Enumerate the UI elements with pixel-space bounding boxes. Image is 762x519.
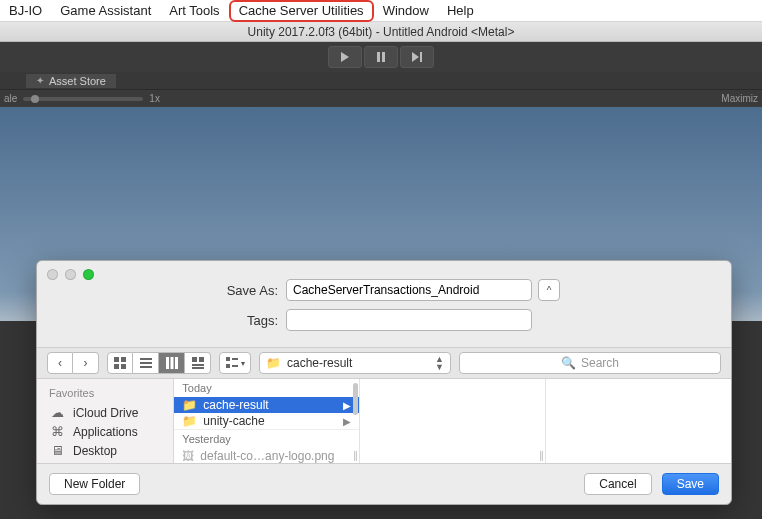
svg-rect-5 bbox=[140, 362, 152, 364]
svg-rect-17 bbox=[232, 365, 238, 367]
window-traffic-lights bbox=[47, 269, 94, 280]
svg-rect-8 bbox=[170, 357, 173, 369]
browser-column-1: Today 📁 cache-result ▶ 📁 unity-cache ▶ Y… bbox=[174, 379, 360, 463]
menu-help[interactable]: Help bbox=[438, 0, 483, 22]
svg-rect-3 bbox=[121, 364, 126, 369]
file-item-logo-png[interactable]: 🖼 default-co…any-logo.png bbox=[174, 448, 359, 463]
scale-row: ale 1x Maximiz bbox=[0, 90, 762, 107]
browser-column-3 bbox=[546, 379, 732, 463]
updown-icon: ▲▼ bbox=[435, 355, 444, 371]
folder-icon: 📁 bbox=[266, 356, 281, 370]
file-item-cache-result[interactable]: 📁 cache-result ▶ bbox=[174, 397, 359, 413]
chevron-down-icon: ▾ bbox=[241, 359, 245, 368]
traffic-zoom[interactable] bbox=[83, 269, 94, 280]
forward-button[interactable]: › bbox=[73, 352, 99, 374]
sidebar-item-label: iCloud Drive bbox=[73, 406, 138, 420]
chevron-right-icon: ▶ bbox=[343, 400, 351, 411]
desktop-icon: 🖥 bbox=[49, 443, 65, 458]
back-button[interactable]: ‹ bbox=[47, 352, 73, 374]
sidebar-item-applications[interactable]: ⌘ Applications bbox=[37, 422, 173, 441]
step-button[interactable] bbox=[400, 46, 434, 68]
menu-window[interactable]: Window bbox=[374, 0, 438, 22]
file-item-label: unity-cache bbox=[203, 414, 264, 428]
scale-value: 1x bbox=[149, 93, 160, 104]
scale-label: ale bbox=[4, 93, 17, 104]
group-today: Today bbox=[174, 379, 359, 397]
svg-rect-2 bbox=[114, 364, 119, 369]
svg-rect-4 bbox=[140, 358, 152, 360]
menu-bjio[interactable]: BJ-IO bbox=[0, 0, 51, 22]
step-icon bbox=[412, 52, 422, 62]
group-yesterday: Yesterday bbox=[174, 429, 359, 448]
tags-input[interactable] bbox=[286, 309, 532, 331]
column-resize-handle[interactable]: ‖ bbox=[353, 450, 358, 461]
sidebar-header: Favorites bbox=[37, 385, 173, 403]
svg-rect-15 bbox=[232, 358, 238, 360]
svg-rect-13 bbox=[192, 367, 204, 369]
menu-cache-server-utilities[interactable]: Cache Server Utilities bbox=[229, 0, 374, 22]
pause-button[interactable] bbox=[364, 46, 398, 68]
svg-rect-11 bbox=[199, 357, 204, 362]
columns-icon bbox=[165, 356, 179, 370]
nav-back-forward: ‹ › bbox=[47, 352, 99, 374]
menu-game-assistant[interactable]: Game Assistant bbox=[51, 0, 160, 22]
gallery-icon bbox=[191, 356, 205, 370]
sidebar-item-label: Desktop bbox=[73, 444, 117, 458]
view-list-button[interactable] bbox=[133, 352, 159, 374]
save-as-input[interactable] bbox=[286, 279, 532, 301]
menu-bar: BJ-IO Game Assistant Art Tools Cache Ser… bbox=[0, 0, 762, 22]
column-scrollbar[interactable] bbox=[353, 383, 358, 415]
folder-icon: 📁 bbox=[182, 414, 197, 428]
tags-label: Tags: bbox=[208, 313, 278, 328]
maximize-label[interactable]: Maximiz bbox=[721, 93, 758, 104]
traffic-close[interactable] bbox=[47, 269, 58, 280]
scale-slider[interactable] bbox=[23, 97, 143, 101]
arrange-menu-button[interactable]: ▾ bbox=[219, 352, 251, 374]
path-selector[interactable]: 📁 cache-result ▲▼ bbox=[259, 352, 451, 374]
view-icons-button[interactable] bbox=[107, 352, 133, 374]
search-placeholder: Search bbox=[581, 356, 619, 370]
file-item-unity-cache[interactable]: 📁 unity-cache ▶ bbox=[174, 413, 359, 429]
column-resize-handle[interactable]: ‖ bbox=[539, 450, 544, 461]
search-input[interactable]: 🔍 Search bbox=[459, 352, 721, 374]
save-button[interactable]: Save bbox=[662, 473, 719, 495]
svg-rect-14 bbox=[226, 357, 230, 361]
chevron-right-icon: ▶ bbox=[343, 416, 351, 427]
play-button[interactable] bbox=[328, 46, 362, 68]
view-columns-button[interactable] bbox=[159, 352, 185, 374]
traffic-minimize[interactable] bbox=[65, 269, 76, 280]
cancel-button[interactable]: Cancel bbox=[584, 473, 651, 495]
svg-rect-7 bbox=[166, 357, 169, 369]
search-icon: 🔍 bbox=[561, 356, 576, 370]
svg-rect-6 bbox=[140, 366, 152, 368]
sidebar-item-desktop[interactable]: 🖥 Desktop bbox=[37, 441, 173, 460]
new-folder-button[interactable]: New Folder bbox=[49, 473, 140, 495]
arrange-icon bbox=[225, 356, 239, 370]
menu-art-tools[interactable]: Art Tools bbox=[160, 0, 228, 22]
expand-button[interactable]: ^ bbox=[538, 279, 560, 301]
pause-icon bbox=[377, 52, 385, 62]
chevron-right-icon: › bbox=[84, 356, 88, 370]
browser-column-2: ‖ bbox=[360, 379, 546, 463]
cloud-icon: ☁︎ bbox=[49, 405, 65, 420]
view-gallery-button[interactable] bbox=[185, 352, 211, 374]
window-title: Unity 2017.2.0f3 (64bit) - Untitled Andr… bbox=[0, 22, 762, 42]
svg-rect-16 bbox=[226, 364, 230, 368]
svg-rect-10 bbox=[192, 357, 197, 362]
sidebar: Favorites ☁︎ iCloud Drive ⌘ Applications… bbox=[37, 379, 174, 463]
file-item-label: cache-result bbox=[203, 398, 268, 412]
svg-rect-12 bbox=[192, 364, 204, 366]
apps-icon: ⌘ bbox=[49, 424, 65, 439]
scale-slider-knob[interactable] bbox=[31, 95, 39, 103]
sidebar-item-icloud[interactable]: ☁︎ iCloud Drive bbox=[37, 403, 173, 422]
list-icon bbox=[139, 356, 153, 370]
view-mode-group bbox=[107, 352, 211, 374]
play-icon bbox=[341, 52, 349, 62]
chevron-left-icon: ‹ bbox=[58, 356, 62, 370]
tab-asset-store[interactable]: ✦ Asset Store bbox=[26, 74, 116, 88]
svg-rect-1 bbox=[121, 357, 126, 362]
tab-asset-store-label: Asset Store bbox=[49, 75, 106, 87]
file-item-label: default-co…any-logo.png bbox=[200, 449, 334, 463]
asset-store-icon: ✦ bbox=[36, 75, 44, 86]
svg-rect-0 bbox=[114, 357, 119, 362]
